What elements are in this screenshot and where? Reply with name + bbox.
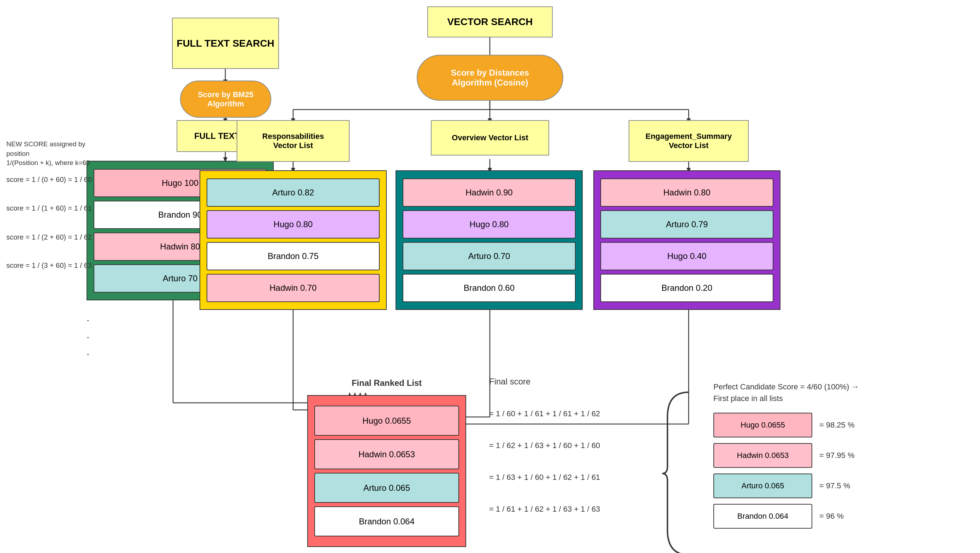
final-item-2: Arturo 0.065 <box>314 473 459 503</box>
engagement-item-0: Hadwin 0.80 <box>600 178 773 207</box>
result-item-0: Hugo 0.0655 <box>713 413 812 437</box>
curly-brace <box>660 389 703 553</box>
resp-list-container: Arturo 0.82 Hugo 0.80 Brandon 0.75 Hadwi… <box>199 171 387 310</box>
engagement-item-1: Arturo 0.79 <box>600 210 773 239</box>
result-pct-2: = 97.5 % <box>819 481 850 491</box>
final-list-container: Final Ranked List Hugo 0.0655 Hadwin 0.0… <box>307 395 466 547</box>
score-0: score = 1 / (0 + 60) = 1 / 60 <box>6 175 92 184</box>
final-item-0: Hugo 0.0655 <box>314 406 459 436</box>
overview-vector-list-label: Overview Vector List <box>431 120 549 156</box>
resp-item-3: Hadwin 0.70 <box>207 274 380 302</box>
formula-2: = 1 / 63 + 1 / 60 + 1 / 62 + 1 / 61 <box>489 473 600 482</box>
resp-item-2: Brandon 0.75 <box>207 242 380 270</box>
engagement-list-container: Hadwin 0.80 Arturo 0.79 Hugo 0.40 Brando… <box>593 171 781 310</box>
bm25-label: Score by BM25Algorithm <box>198 90 254 108</box>
fulltext-header: FULL TEXT SEARCH <box>172 18 279 69</box>
result-item-3: Brandon 0.064 <box>713 504 812 529</box>
engagement-item-2: Hugo 0.40 <box>600 242 773 270</box>
result-item-1: Hadwin 0.0653 <box>713 443 812 468</box>
engagement-item-3: Brandon 0.20 <box>600 274 773 302</box>
final-score-label: Final score <box>489 377 530 387</box>
engagement-vector-list-label: Engagement_SummaryVector List <box>628 120 749 162</box>
vector-header: VECTOR SEARCH <box>427 6 553 37</box>
overview-item-3: Brandon 0.60 <box>402 274 576 302</box>
cosine-label: Score by DistancesAlgorithm (Cosine) <box>451 68 529 88</box>
final-item-1: Hadwin 0.0653 <box>314 439 459 469</box>
overview-item-0: Hadwin 0.90 <box>402 178 576 207</box>
overview-item-2: Arturo 0.70 <box>402 242 576 270</box>
result-item-2: Arturo 0.065 <box>713 473 812 498</box>
score-1: score = 1 / (1 + 60) = 1 / 61 <box>6 204 92 212</box>
formula-1: = 1 / 62 + 1 / 63 + 1 / 60 + 1 / 60 <box>489 441 600 450</box>
result-pct-3: = 96 % <box>819 512 844 521</box>
result-pct-0: = 98.25 % <box>819 421 854 430</box>
resp-label: ResponsabilitiesVector List <box>262 132 324 150</box>
score-3: score = 1 / (3 + 60) = 1 / 63 <box>6 261 92 269</box>
engagement-label: Engagement_SummaryVector List <box>646 132 732 150</box>
overview-item-1: Hugo 0.80 <box>402 210 576 239</box>
cosine-algorithm: Score by DistancesAlgorithm (Cosine) <box>417 55 563 101</box>
score-2: score = 1 / (2 + 60) = 1 / 62 <box>6 233 92 241</box>
result-pct-1: = 97.95 % <box>819 451 854 460</box>
bm25-algorithm: Score by BM25Algorithm <box>180 81 271 118</box>
resp-item-0: Arturo 0.82 <box>207 178 380 207</box>
formula-0: = 1 / 60 + 1 / 61 + 1 / 61 + 1 / 62 <box>489 409 600 418</box>
resp-vector-list-label: ResponsabilitiesVector List <box>237 120 350 162</box>
perfect-score-text: Perfect Candidate Score = 4/60 (100%) →F… <box>713 381 859 404</box>
final-item-3: Brandon 0.064 <box>314 506 459 536</box>
dots: . . . <box>86 309 92 360</box>
overview-list-container: Hadwin 0.90 Hugo 0.80 Arturo 0.70 Brando… <box>396 171 583 310</box>
score-header: NEW SCORE assigned by position1/(Positio… <box>6 140 94 168</box>
formula-3: = 1 / 61 + 1 / 62 + 1 / 63 + 1 / 63 <box>489 505 600 514</box>
resp-item-1: Hugo 0.80 <box>207 210 380 239</box>
final-list-label: Final Ranked List <box>352 378 422 388</box>
